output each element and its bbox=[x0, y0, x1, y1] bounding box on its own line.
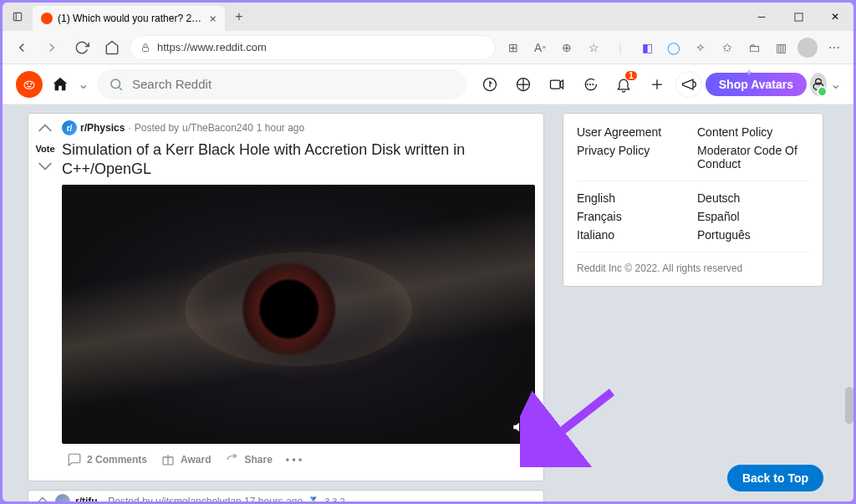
mute-toggle[interactable] bbox=[512, 420, 527, 437]
vote-column: Vote bbox=[28, 114, 62, 481]
coins-icon[interactable] bbox=[508, 69, 538, 99]
svg-rect-3 bbox=[143, 47, 149, 51]
chat-icon[interactable] bbox=[575, 69, 605, 99]
lang-deutsch[interactable]: Deutsch bbox=[697, 191, 809, 205]
chevron-down-icon[interactable]: ⌄ bbox=[78, 76, 89, 92]
post-actions: 2 Comments Award Share • • • bbox=[62, 444, 535, 477]
nav-home-button[interactable] bbox=[99, 35, 125, 60]
svg-rect-2 bbox=[794, 13, 802, 20]
svg-point-4 bbox=[27, 83, 28, 84]
lang-francais[interactable]: Français bbox=[577, 210, 689, 223]
share-button[interactable]: Share bbox=[220, 449, 278, 471]
sidebar-footer-box: User Agreement Content Policy Privacy Po… bbox=[563, 113, 823, 287]
home-icon[interactable] bbox=[51, 75, 69, 94]
post-meta: r/ r/Physics · Posted by u/TheBacon240 1… bbox=[62, 120, 535, 135]
downvote-button[interactable] bbox=[32, 155, 59, 177]
snoo-avatar-icon bbox=[810, 73, 827, 96]
talk-icon[interactable] bbox=[542, 69, 572, 99]
svg-point-7 bbox=[111, 79, 120, 89]
profile-avatar-icon bbox=[797, 38, 818, 58]
nav-back-button[interactable] bbox=[9, 35, 34, 60]
copyright-text: Reddit Inc © 2022. All rights reserved bbox=[577, 262, 809, 274]
close-tab-button[interactable]: × bbox=[210, 12, 217, 25]
advertise-icon[interactable] bbox=[675, 71, 702, 98]
collections-icon[interactable]: 🗀 bbox=[741, 35, 767, 60]
post-media[interactable] bbox=[62, 185, 535, 444]
subreddit-link[interactable]: r/tifu bbox=[75, 496, 98, 501]
link-privacy-policy[interactable]: Privacy Policy bbox=[577, 144, 689, 171]
svg-point-15 bbox=[593, 84, 594, 84]
user-menu[interactable]: ⌄ bbox=[810, 69, 840, 99]
shop-label: Shop Avatars bbox=[719, 78, 793, 91]
link-content-policy[interactable]: Content Policy bbox=[697, 125, 809, 139]
favorites-add-icon[interactable]: ☆ bbox=[581, 35, 606, 60]
svg-rect-0 bbox=[13, 13, 21, 20]
new-tab-button[interactable]: + bbox=[225, 3, 253, 31]
reddit-logo-icon[interactable] bbox=[16, 71, 43, 98]
reddit-header: ⌄ 1 Shop Avatars ⌄ bbox=[3, 64, 853, 104]
read-aloud-icon[interactable]: A» bbox=[527, 35, 553, 60]
post-card-next[interactable]: r/tifu · Posted by u/itsmelancholydan 17… bbox=[28, 490, 544, 501]
search-input[interactable] bbox=[132, 77, 455, 91]
upvote-small-icon[interactable] bbox=[35, 494, 50, 501]
ext1-icon[interactable]: ◧ bbox=[634, 35, 660, 60]
ext2-icon[interactable]: ◯ bbox=[661, 35, 686, 60]
search-icon bbox=[109, 77, 124, 92]
link-mod-code-of-conduct[interactable]: Moderator Code Of Conduct bbox=[697, 144, 809, 171]
subreddit-icon[interactable] bbox=[55, 494, 70, 501]
lang-portugues[interactable]: Português bbox=[697, 228, 809, 242]
svg-marker-12 bbox=[560, 80, 563, 89]
comments-button[interactable]: 2 Comments bbox=[62, 449, 152, 471]
svg-point-6 bbox=[24, 81, 34, 89]
post-card[interactable]: Vote r/ r/Physics · Posted by u/TheBacon… bbox=[28, 113, 544, 481]
browser-tab[interactable]: (1) Which would you rather? 200… × bbox=[33, 6, 225, 31]
svg-point-5 bbox=[30, 83, 32, 84]
nav-refresh-button[interactable] bbox=[69, 35, 94, 60]
window-maximize-button[interactable] bbox=[780, 3, 817, 31]
lang-english[interactable]: English bbox=[577, 191, 689, 205]
author-link[interactable]: u/TheBacon240 bbox=[182, 122, 253, 134]
svg-rect-11 bbox=[550, 80, 560, 89]
upvote-button[interactable] bbox=[32, 120, 59, 142]
vote-count: Vote bbox=[32, 144, 59, 154]
subreddit-icon[interactable]: r/ bbox=[62, 120, 77, 135]
lang-italiano[interactable]: Italiano bbox=[577, 228, 689, 242]
shop-avatars-button[interactable]: Shop Avatars bbox=[706, 73, 807, 96]
url-text: https://www.reddit.com bbox=[157, 41, 267, 53]
split-screen-icon[interactable]: ⊞ bbox=[501, 35, 526, 60]
award-button[interactable]: Award bbox=[155, 449, 216, 471]
scrollbar-thumb[interactable] bbox=[845, 387, 853, 424]
subreddit-link[interactable]: r/Physics bbox=[80, 122, 125, 134]
more-button[interactable]: ⋯ bbox=[822, 35, 847, 60]
post-age: 1 hour ago bbox=[257, 122, 304, 134]
window-close-button[interactable]: ✕ bbox=[817, 3, 853, 31]
favorites-icon[interactable]: ✩ bbox=[715, 35, 740, 60]
back-to-top-button[interactable]: Back to Top bbox=[727, 465, 823, 491]
svg-point-13 bbox=[587, 84, 588, 84]
posted-by-prefix: Posted by bbox=[135, 122, 179, 134]
zoom-icon[interactable]: ⊕ bbox=[554, 35, 579, 60]
browser-addressbar: https://www.reddit.com ⊞ A» ⊕ ☆ | ◧ ◯ ✧ … bbox=[3, 31, 853, 64]
url-field[interactable]: https://www.reddit.com bbox=[130, 35, 496, 60]
link-user-agreement[interactable]: User Agreement bbox=[577, 125, 689, 139]
lang-espanol[interactable]: Español bbox=[697, 210, 809, 223]
tab-actions-button[interactable] bbox=[3, 3, 33, 31]
tab-title: (1) Which would you rather? 200… bbox=[58, 13, 205, 24]
svg-point-19 bbox=[815, 79, 821, 84]
lock-icon bbox=[140, 43, 150, 53]
popular-icon[interactable] bbox=[475, 69, 505, 99]
profile-button[interactable] bbox=[795, 35, 820, 60]
more-actions-button[interactable]: • • • bbox=[281, 451, 307, 469]
create-post-button[interactable] bbox=[642, 69, 672, 99]
notifications-button[interactable]: 1 bbox=[609, 69, 639, 99]
nav-forward-button[interactable] bbox=[39, 35, 64, 60]
window-minimize-button[interactable]: ─ bbox=[743, 3, 780, 31]
browser-essentials-icon[interactable]: ▥ bbox=[768, 35, 793, 60]
content-area: Vote r/ r/Physics · Posted by u/TheBacon… bbox=[3, 104, 853, 501]
browser-titlebar: (1) Which would you rather? 200… × + ─ ✕ bbox=[3, 3, 853, 31]
post-title[interactable]: Simulation of a Kerr Black Hole with Acc… bbox=[62, 140, 535, 178]
sep: | bbox=[608, 35, 633, 60]
search-bar[interactable] bbox=[97, 69, 466, 99]
extensions-icon[interactable]: ✧ bbox=[688, 35, 713, 60]
svg-marker-20 bbox=[513, 423, 519, 432]
